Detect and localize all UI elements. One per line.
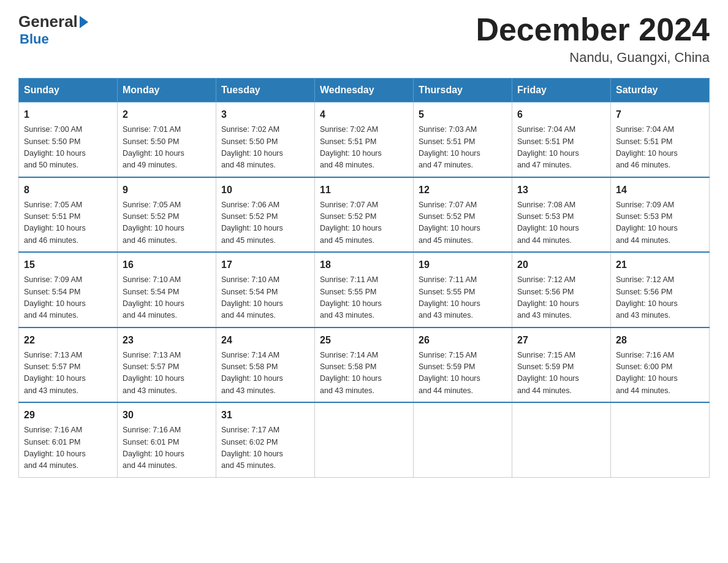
day-number: 21 [616,258,704,272]
header: General Blue December 2024 Nandu, Guangx… [18,12,710,66]
day-info: Sunrise: 7:07 AM Sunset: 5:52 PM Dayligh… [419,199,507,247]
day-number: 27 [517,333,605,348]
logo-triangle-icon [80,16,88,28]
page: General Blue December 2024 Nandu, Guangx… [0,0,728,496]
table-row: 30 Sunrise: 7:16 AM Sunset: 6:01 PM Dayl… [118,402,216,477]
day-number: 9 [123,183,211,197]
day-number: 3 [221,107,309,122]
day-info: Sunrise: 7:10 AM Sunset: 5:54 PM Dayligh… [221,274,309,322]
table-row: 26 Sunrise: 7:15 AM Sunset: 5:59 PM Dayl… [414,327,512,403]
day-number: 14 [616,183,704,197]
col-friday: Friday [512,79,611,102]
table-row: 5 Sunrise: 7:03 AM Sunset: 5:51 PM Dayli… [414,102,512,177]
day-number: 26 [419,333,507,348]
table-row: 9 Sunrise: 7:05 AM Sunset: 5:52 PM Dayli… [118,177,216,253]
col-sunday: Sunday [19,79,118,102]
day-number: 24 [221,333,309,348]
day-number: 23 [123,333,211,348]
day-number: 7 [616,107,704,122]
table-row: 29 Sunrise: 7:16 AM Sunset: 6:01 PM Dayl… [19,402,118,477]
day-info: Sunrise: 7:01 AM Sunset: 5:50 PM Dayligh… [123,124,211,172]
table-row: 28 Sunrise: 7:16 AM Sunset: 6:00 PM Dayl… [611,327,710,403]
table-row: 3 Sunrise: 7:02 AM Sunset: 5:50 PM Dayli… [216,102,315,177]
table-row: 11 Sunrise: 7:07 AM Sunset: 5:52 PM Dayl… [315,177,414,253]
title-block: December 2024 Nandu, Guangxi, China [476,12,710,66]
table-row [414,402,512,477]
table-row: 7 Sunrise: 7:04 AM Sunset: 5:51 PM Dayli… [611,102,710,177]
table-row: 10 Sunrise: 7:06 AM Sunset: 5:52 PM Dayl… [216,177,315,253]
day-info: Sunrise: 7:05 AM Sunset: 5:51 PM Dayligh… [24,199,112,247]
day-info: Sunrise: 7:12 AM Sunset: 5:56 PM Dayligh… [616,274,704,322]
table-row: 6 Sunrise: 7:04 AM Sunset: 5:51 PM Dayli… [512,102,611,177]
day-info: Sunrise: 7:11 AM Sunset: 5:55 PM Dayligh… [419,274,507,322]
day-info: Sunrise: 7:02 AM Sunset: 5:50 PM Dayligh… [221,124,309,172]
calendar-row: 29 Sunrise: 7:16 AM Sunset: 6:01 PM Dayl… [19,402,710,477]
table-row: 14 Sunrise: 7:09 AM Sunset: 5:53 PM Dayl… [611,177,710,253]
table-row: 2 Sunrise: 7:01 AM Sunset: 5:50 PM Dayli… [118,102,216,177]
day-number: 29 [24,408,112,423]
table-row [512,402,611,477]
day-info: Sunrise: 7:04 AM Sunset: 5:51 PM Dayligh… [517,124,605,172]
day-info: Sunrise: 7:03 AM Sunset: 5:51 PM Dayligh… [419,124,507,172]
day-number: 2 [123,107,211,122]
table-row: 17 Sunrise: 7:10 AM Sunset: 5:54 PM Dayl… [216,252,315,327]
header-row: Sunday Monday Tuesday Wednesday Thursday… [19,79,710,102]
calendar-row: 22 Sunrise: 7:13 AM Sunset: 5:57 PM Dayl… [19,327,710,403]
table-row: 13 Sunrise: 7:08 AM Sunset: 5:53 PM Dayl… [512,177,611,253]
calendar-row: 1 Sunrise: 7:00 AM Sunset: 5:50 PM Dayli… [19,102,710,177]
day-number: 28 [616,333,704,348]
table-row: 8 Sunrise: 7:05 AM Sunset: 5:51 PM Dayli… [19,177,118,253]
day-info: Sunrise: 7:15 AM Sunset: 5:59 PM Dayligh… [419,350,507,397]
day-info: Sunrise: 7:05 AM Sunset: 5:52 PM Dayligh… [123,199,211,247]
table-row [315,402,414,477]
day-info: Sunrise: 7:16 AM Sunset: 6:01 PM Dayligh… [123,424,211,472]
day-number: 8 [24,183,112,197]
day-number: 4 [320,107,408,122]
day-number: 13 [517,183,605,197]
day-number: 20 [517,258,605,272]
calendar-row: 8 Sunrise: 7:05 AM Sunset: 5:51 PM Dayli… [19,177,710,253]
day-number: 6 [517,107,605,122]
subtitle: Nandu, Guangxi, China [476,50,710,66]
table-row: 16 Sunrise: 7:10 AM Sunset: 5:54 PM Dayl… [118,252,216,327]
day-info: Sunrise: 7:07 AM Sunset: 5:52 PM Dayligh… [320,199,408,247]
day-number: 1 [24,107,112,122]
logo-general-text: General [18,12,78,31]
calendar-body: 1 Sunrise: 7:00 AM Sunset: 5:50 PM Dayli… [19,102,710,478]
day-number: 17 [221,258,309,272]
day-info: Sunrise: 7:09 AM Sunset: 5:54 PM Dayligh… [24,274,112,322]
day-number: 15 [24,258,112,272]
table-row: 24 Sunrise: 7:14 AM Sunset: 5:58 PM Dayl… [216,327,315,403]
day-info: Sunrise: 7:16 AM Sunset: 6:00 PM Dayligh… [616,350,704,397]
day-number: 25 [320,333,408,348]
day-number: 22 [24,333,112,348]
table-row: 1 Sunrise: 7:00 AM Sunset: 5:50 PM Dayli… [19,102,118,177]
day-info: Sunrise: 7:14 AM Sunset: 5:58 PM Dayligh… [221,350,309,397]
table-row: 15 Sunrise: 7:09 AM Sunset: 5:54 PM Dayl… [19,252,118,327]
day-number: 19 [419,258,507,272]
day-number: 30 [123,408,211,423]
day-info: Sunrise: 7:08 AM Sunset: 5:53 PM Dayligh… [517,199,605,247]
col-wednesday: Wednesday [315,79,414,102]
day-info: Sunrise: 7:12 AM Sunset: 5:56 PM Dayligh… [517,274,605,322]
table-row: 31 Sunrise: 7:17 AM Sunset: 6:02 PM Dayl… [216,402,315,477]
calendar-header: Sunday Monday Tuesday Wednesday Thursday… [19,79,710,102]
table-row: 18 Sunrise: 7:11 AM Sunset: 5:55 PM Dayl… [315,252,414,327]
day-info: Sunrise: 7:17 AM Sunset: 6:02 PM Dayligh… [221,424,309,472]
table-row: 27 Sunrise: 7:15 AM Sunset: 5:59 PM Dayl… [512,327,611,403]
table-row: 20 Sunrise: 7:12 AM Sunset: 5:56 PM Dayl… [512,252,611,327]
col-saturday: Saturday [611,79,710,102]
day-number: 18 [320,258,408,272]
col-tuesday: Tuesday [216,79,315,102]
logo: General Blue [18,12,88,47]
day-info: Sunrise: 7:13 AM Sunset: 5:57 PM Dayligh… [123,350,211,397]
day-info: Sunrise: 7:00 AM Sunset: 5:50 PM Dayligh… [24,124,112,172]
day-info: Sunrise: 7:04 AM Sunset: 5:51 PM Dayligh… [616,124,704,172]
day-info: Sunrise: 7:09 AM Sunset: 5:53 PM Dayligh… [616,199,704,247]
day-number: 11 [320,183,408,197]
day-info: Sunrise: 7:13 AM Sunset: 5:57 PM Dayligh… [24,350,112,397]
day-info: Sunrise: 7:16 AM Sunset: 6:01 PM Dayligh… [24,424,112,472]
day-info: Sunrise: 7:10 AM Sunset: 5:54 PM Dayligh… [123,274,211,322]
day-number: 5 [419,107,507,122]
table-row: 21 Sunrise: 7:12 AM Sunset: 5:56 PM Dayl… [611,252,710,327]
